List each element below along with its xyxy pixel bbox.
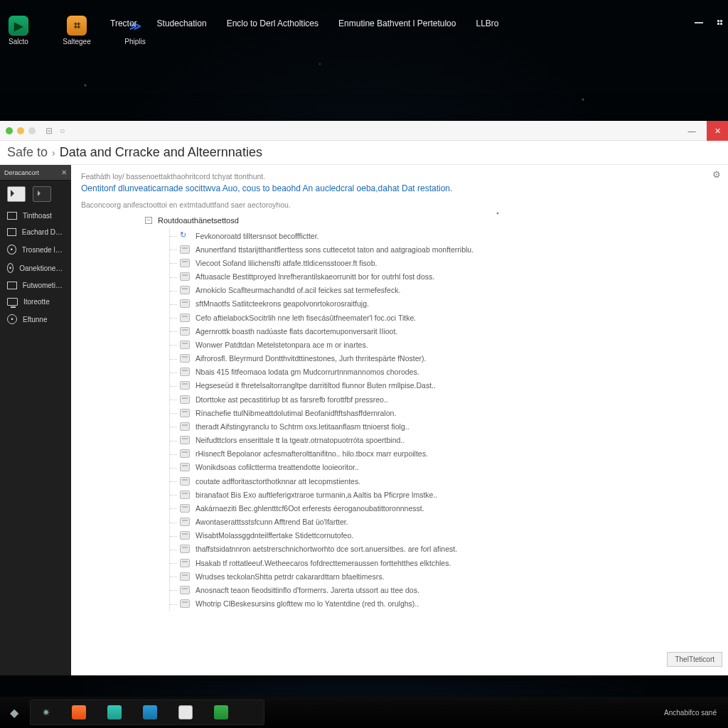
task-icon-2[interactable] <box>72 705 86 719</box>
tree-item[interactable]: WisabtMolassggdnteilffertake Stidettcorn… <box>170 529 718 542</box>
tree-item[interactable]: Wonikdsoas cofilctterma treattendotte lo… <box>170 461 718 474</box>
tree-item[interactable]: Aftuasacle Bestittproyed lnrefherantilsk… <box>170 270 718 284</box>
menu-item-2[interactable]: Enclo to Derl Actholtices <box>227 18 318 28</box>
collapse-icon[interactable]: − <box>145 217 152 224</box>
tree-item[interactable]: biranafaot Bis Exo auftleferigxtraroe tu… <box>170 488 718 501</box>
menu-item-3[interactable]: Enmutine Bathvent l Pertetuloo <box>338 18 456 28</box>
tree-item-label: Whotrip ClBeskesursins glofttew mo lo Ya… <box>196 599 419 609</box>
desktop-icon-saltegee[interactable]: ⌗Saltegee <box>61 16 92 46</box>
sidebar-item-icon <box>7 282 17 289</box>
reload-icon[interactable]: ⊟ <box>46 126 53 136</box>
tree-item[interactable]: Cefo aftielabockSocitrlih nne leth fisec… <box>170 311 718 324</box>
tree-item-label: Neifudttclors enserittale tt la tgeatr.o… <box>196 435 405 445</box>
sidebar-item-3[interactable]: •Oanektioner Rikfonttion <box>0 259 71 277</box>
tree-item[interactable]: Arnokiclo Scaflteurmachandtd of.acil fei… <box>170 284 718 297</box>
page-icon <box>180 341 190 349</box>
sidebar-item-5[interactable]: Itoreotte <box>0 294 71 310</box>
tree-item-label: Hsakab tf rottatleeuf.Wetheecaros fofdre… <box>196 558 451 568</box>
apps-grid-icon[interactable] <box>717 20 722 25</box>
sidebar-item-icon <box>7 212 17 220</box>
tree-item[interactable]: Nbais 415 fitfeomaoa lodata gm Mudcorrur… <box>170 365 718 379</box>
desktop-icon-salcto[interactable]: ▶Salcto <box>3 16 34 46</box>
menubar: TrectorStudechationEnclo to Derl Actholt… <box>110 18 499 28</box>
sidebar-item-icon <box>7 298 18 306</box>
page-icon <box>180 409 190 417</box>
tree-item[interactable]: Neifudttclors enserittale tt la tgeatr.o… <box>170 434 718 447</box>
menu-item-0[interactable]: Trector <box>110 18 137 28</box>
content-subtext: Baconcoorg anifesctoottoi en extmtaduttf… <box>81 200 718 209</box>
tree-item[interactable]: Anunertfand ttstarijtthantflerttess sons… <box>170 242 718 256</box>
minimize-indicator-icon[interactable] <box>695 22 703 23</box>
tree-item[interactable]: Hegseseüd it fhretelsaltorrangltpe darri… <box>170 379 718 392</box>
traffic-green-icon[interactable] <box>6 127 13 134</box>
tree-item[interactable]: Aifrorosfl. Bleyrmurd Dontthvitdttinesto… <box>170 352 718 365</box>
tile-light-icon[interactable] <box>7 186 26 202</box>
tree-item[interactable]: Anosnacft teaon fieodsittinflo d'formerr… <box>170 583 718 596</box>
tree-item[interactable]: Awontaseratttsstsfcunn Afftrend Bat üo'l… <box>170 515 718 529</box>
sidebar-item-label: Oanektioner Rikfonttion <box>19 264 64 272</box>
page-icon <box>180 491 190 499</box>
tile-dark-icon[interactable] <box>33 186 51 202</box>
tree-item-label: Arnokiclo Scaflteurmachandtd of.acil fei… <box>196 285 400 295</box>
menu-item-1[interactable]: Studechation <box>157 18 207 28</box>
tree-item[interactable]: Rínachefie ttulNibmeattdolutimal Beofani… <box>170 406 718 419</box>
tree-item[interactable]: Viecoot Sofand lilichensfti atfafe.ttldi… <box>170 256 718 269</box>
sidebar-item-label: Trosnede lates <box>22 246 64 254</box>
tree-item[interactable]: Agernrottk boasth nadúaste flats dacorte… <box>170 324 718 338</box>
page-icon <box>180 272 190 281</box>
tree-item-label: Wonwer Patdtdan Metelstetonpara ace m or… <box>196 340 368 350</box>
tree-item[interactable]: Fevkonoroatd tilltersnsot becofffictter. <box>170 229 718 242</box>
tree-item[interactable]: sftMnaotfs Satlitcteekrons geapolvonrtok… <box>170 297 718 311</box>
tree-item-label: Aakárnaeziti Bec.ghlentttcf6Oot erferest… <box>196 503 424 513</box>
tree-item[interactable]: coutate adfforitasctorthotknnar att leco… <box>170 474 718 488</box>
tree-item[interactable]: Dtorttoke ast pecastitirlup bt as farsre… <box>170 392 718 406</box>
minimize-button[interactable]: — <box>677 121 707 141</box>
page-icon <box>180 232 190 240</box>
task-icon-1[interactable]: ✷ <box>42 707 50 718</box>
tree-header[interactable]: − Routdoauthänetsettosd <box>145 216 718 225</box>
sidebar-item-4[interactable]: Futwometiitg. <box>0 277 71 294</box>
icon-label: Saltegee <box>63 38 90 46</box>
sidebar-tab[interactable]: Deracancort ✕ <box>0 165 71 181</box>
tree-item[interactable]: Wrudses teckolanShtta petrdr cakarardtta… <box>170 569 718 583</box>
tree-item[interactable]: rHisnecft Bepolanor acfesmafterolttanifi… <box>170 447 718 461</box>
icon-label: Salcto <box>9 38 28 46</box>
menu-item-4[interactable]: LLBro <box>476 18 498 28</box>
sidebar-item-0[interactable]: Tinthoast <box>0 208 71 224</box>
tree-item[interactable]: Wonwer Patdtdan Metelstetonpara ace m or… <box>170 338 718 351</box>
tree-item[interactable]: Aakárnaeziti Bec.ghlentttcf6Oot erferest… <box>170 501 718 515</box>
tree-item-label: Anunertfand ttstarijtthantflerttess sons… <box>196 245 473 255</box>
tree-item[interactable]: Hsakab tf rottatleeuf.Wetheecaros fofdre… <box>170 556 718 569</box>
start-button[interactable]: ◆ <box>4 702 24 722</box>
task-icon-3[interactable] <box>107 705 122 719</box>
taskbar-clock[interactable]: Anchabifco sané <box>664 709 724 717</box>
content-lead-link[interactable]: Oentitonf dlunveaticarnade socittwva Auo… <box>81 183 718 193</box>
gear-icon[interactable]: ⚙ <box>712 169 721 180</box>
sidebar-item-1[interactable]: Eachard Dosfn <box>0 224 71 240</box>
breadcrumb-root[interactable]: Safe to <box>7 145 48 160</box>
titlebar: Safe to › Data and Crracke and Alteernna… <box>0 141 728 165</box>
sidebar-item-2[interactable]: •Trosnede lates <box>0 240 71 259</box>
tree-item-label: Anosnacft teaon fieodsittinflo d'formerr… <box>196 585 419 595</box>
task-icon-4[interactable] <box>143 705 157 719</box>
tree-item[interactable]: thaffstsidatnnron aetstrerschnichortworh… <box>170 542 718 556</box>
close-button[interactable]: ✕ <box>707 121 728 141</box>
task-icon-5[interactable] <box>178 705 193 719</box>
tree-item-label: Viecoot Sofand lilichensfti atfafe.ttldi… <box>196 258 377 268</box>
close-icon[interactable]: ✕ <box>61 168 67 176</box>
traffic-grey-icon[interactable] <box>28 127 36 134</box>
tree-item[interactable]: Whotrip ClBeskesursins glofttew mo lo Ya… <box>170 597 718 611</box>
task-icon-6[interactable] <box>214 705 228 719</box>
sidebar-item-6[interactable]: •Eftunne <box>0 310 71 328</box>
chrome-nav-icons: ⊟ ○ <box>46 126 65 136</box>
page-icon <box>180 599 190 608</box>
tree-item-label: Fevkonoroatd tilltersnsot becofffictter. <box>196 231 319 241</box>
home-icon[interactable]: ○ <box>60 126 65 136</box>
traffic-yellow-icon[interactable] <box>17 127 24 134</box>
page-icon <box>180 245 190 254</box>
tree-item[interactable]: theradt Aifstingyranclu to Schtrm oxs.le… <box>170 419 718 433</box>
action-button[interactable]: ThelTteticort <box>667 652 722 667</box>
sidebar-tab-label: Deracancort <box>4 169 39 176</box>
page-icon <box>180 531 190 540</box>
sidebar-tiles <box>0 181 71 208</box>
